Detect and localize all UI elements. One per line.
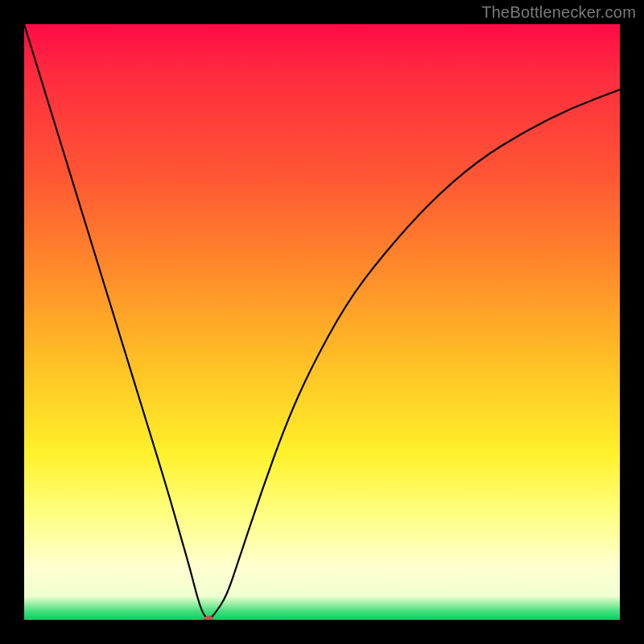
watermark-text: TheBottlenecker.com — [481, 3, 636, 22]
minimum-marker — [203, 616, 214, 620]
chart-frame: TheBottlenecker.com — [0, 0, 644, 644]
plot-area — [24, 24, 620, 620]
bottleneck-curve — [24, 24, 620, 620]
curve-path — [24, 24, 620, 618]
